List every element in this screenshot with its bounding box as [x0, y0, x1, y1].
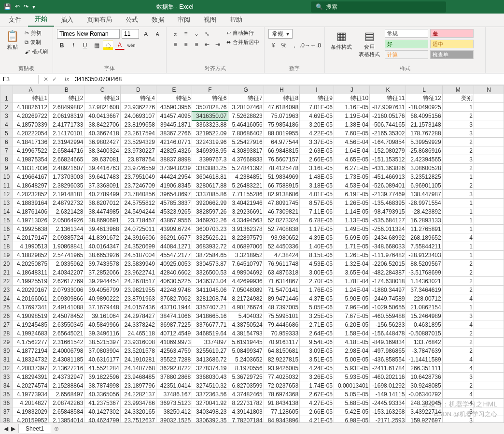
cell[interactable]: 3280617.88 [192, 181, 228, 190]
cell[interactable]: -482.284387 [370, 268, 406, 277]
tab-home[interactable]: 开始 [28, 12, 54, 27]
cell[interactable] [474, 129, 504, 138]
cell[interactable]: 3.20E-05 [300, 120, 334, 129]
cell[interactable]: 228.00712 [406, 294, 442, 303]
cell[interactable]: 39445.1871 [156, 120, 192, 129]
cell[interactable]: 3399767.3 [192, 155, 228, 164]
cell[interactable]: 37486.167 [156, 390, 192, 399]
fill-color-button[interactable]: ◌ [103, 41, 113, 50]
tab-file[interactable]: 文件 [2, 13, 28, 27]
cell[interactable]: 2.6568497 [49, 390, 84, 399]
cell[interactable]: 4.56E-04 [334, 138, 370, 146]
cell[interactable]: 3604618.81 [192, 173, 228, 181]
underline-button[interactable]: U [80, 41, 90, 50]
cell[interactable]: 3.08600528 [406, 164, 442, 173]
cell[interactable]: 76.9611748 [264, 260, 299, 268]
cell[interactable]: 5.08499347 [228, 347, 264, 355]
cell[interactable]: 40.9890222 [84, 294, 120, 303]
cell[interactable]: 2.09385724 [49, 233, 84, 242]
cell[interactable] [474, 364, 504, 373]
tab-insert[interactable]: 插入 [54, 13, 80, 27]
cell[interactable]: 24.5494244 [120, 207, 156, 216]
row-header[interactable]: 34 [0, 381, 13, 390]
align-bottom-button[interactable]: ⌄ [192, 29, 201, 39]
cell[interactable]: 30.9248085 [406, 381, 442, 390]
font-color-button[interactable]: A [115, 41, 125, 50]
cell[interactable]: 39.7433578 [84, 260, 120, 268]
cell[interactable]: 4.18324732 [13, 355, 48, 364]
indent-decrease-button[interactable]: ⇤ [202, 40, 212, 49]
cell[interactable]: 3372363.56 [192, 390, 228, 399]
cell[interactable]: 16.2893133 [406, 216, 442, 225]
italic-button[interactable]: I [69, 41, 78, 50]
cell[interactable]: 71.5470141 [264, 286, 299, 294]
cell[interactable]: 5.90E-05 [334, 294, 370, 303]
col-header-H[interactable]: H [264, 86, 299, 94]
cell[interactable]: 4.18829852 [13, 251, 48, 260]
cell[interactable] [474, 416, 504, 423]
cell[interactable]: 特征9 [300, 94, 334, 103]
cell[interactable]: 52.7408838 [264, 225, 299, 233]
cell[interactable]: 23.1897796 [120, 381, 156, 390]
cell[interactable]: 3.25E-05 [300, 312, 334, 320]
cell[interactable]: 38.4474985 [84, 207, 120, 216]
row-header[interactable]: 29 [0, 338, 13, 347]
cell[interactable]: 5.61919445 [228, 338, 264, 347]
cell[interactable]: 8.22897579 [228, 233, 264, 242]
cell[interactable]: -3.7847639 [406, 347, 442, 355]
cell[interactable]: 93.980652 [264, 233, 299, 242]
cell[interactable]: 1.13E-05 [334, 216, 370, 225]
cell[interactable]: 79.4446686 [264, 320, 299, 329]
cell[interactable]: 1 [442, 225, 474, 233]
row-header[interactable]: 22 [0, 277, 13, 286]
cell[interactable]: 2.14170101 [49, 129, 84, 138]
cell[interactable]: 4.18826112 [13, 103, 48, 112]
cell[interactable]: 6.19E-05 [334, 190, 370, 199]
cell[interactable]: 3413686.72 [192, 355, 228, 364]
cell[interactable]: 2.98E-04 [334, 347, 370, 355]
cell[interactable]: 2.64E-05 [300, 329, 334, 338]
cell[interactable]: 4.19924683 [13, 329, 48, 338]
cell[interactable]: 特征4 [120, 94, 156, 103]
cell[interactable]: 2.66E-05 [300, 155, 334, 164]
row-header[interactable]: 32 [0, 364, 13, 373]
cell[interactable]: 23.8791963 [120, 294, 156, 303]
cell[interactable]: 138.447987 [406, 190, 442, 199]
cut-button[interactable]: ✂剪切 [24, 29, 49, 37]
cell[interactable]: -87.9097631 [370, 103, 406, 112]
cell[interactable]: 40.4624799 [84, 416, 120, 423]
col-header-D[interactable]: D [120, 86, 156, 94]
cell[interactable]: 3.23512825 [406, 173, 442, 181]
cell[interactable]: 4.19967522 [13, 146, 48, 155]
cell[interactable]: 3224319.96 [192, 138, 228, 146]
row-header[interactable]: 2 [0, 103, 13, 112]
undo-icon[interactable]: ↶ [15, 3, 20, 10]
cell[interactable]: 5.05E-05 [334, 390, 370, 399]
cell[interactable]: 64.977544 [264, 138, 299, 146]
row-header[interactable]: 27 [0, 320, 13, 329]
cell[interactable]: 0.00013401 [334, 381, 370, 390]
cell[interactable]: 2.09309866 [49, 294, 84, 303]
cell[interactable] [474, 329, 504, 338]
cell[interactable]: 70.959333 [264, 329, 299, 338]
tab-formulas[interactable]: 公式 [119, 13, 145, 27]
cell[interactable]: 3 [442, 373, 474, 381]
cell[interactable] [474, 338, 504, 347]
cell[interactable]: 4.20166061 [13, 294, 48, 303]
cell[interactable]: 52.4450336 [264, 242, 299, 251]
cell[interactable]: 2.62617769 [49, 277, 84, 286]
cell[interactable]: 2.07933006 [49, 286, 84, 294]
cell[interactable]: 40.1427302 [84, 407, 120, 416]
cell[interactable]: 23.9622741 [120, 268, 156, 277]
cell[interactable]: 23.7840856 [120, 190, 156, 199]
cell[interactable]: 40712.4549 [156, 329, 192, 338]
cell[interactable]: 39.4613968 [84, 225, 120, 233]
align-top-button[interactable]: ⌅ [170, 29, 180, 39]
cell[interactable]: 1.48E-05 [300, 173, 334, 181]
row-header[interactable]: 5 [0, 129, 13, 138]
cell[interactable]: 3255619.27 [192, 347, 228, 355]
cell[interactable]: 1.38E-04 [334, 120, 370, 129]
cell[interactable]: 4 [442, 399, 474, 407]
col-header-K[interactable]: K [370, 86, 406, 94]
cell[interactable]: 4.37482465 [228, 390, 264, 399]
